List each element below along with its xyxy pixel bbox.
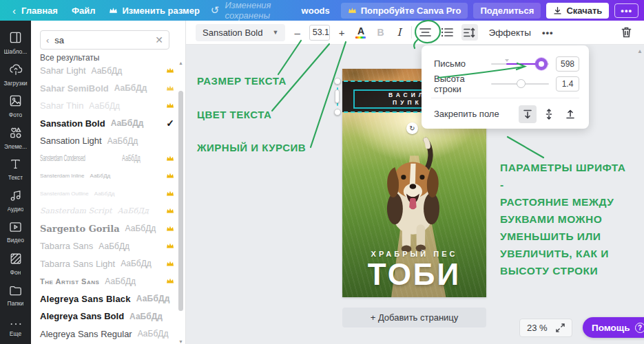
font-size-input[interactable]: 53.1 xyxy=(309,25,330,41)
bold-button[interactable]: B xyxy=(373,27,387,38)
crown-gold-icon xyxy=(348,7,357,14)
line-height-slider[interactable] xyxy=(491,78,549,89)
crown-icon xyxy=(166,276,174,286)
share-button[interactable]: Поделиться xyxy=(473,3,541,19)
font-row[interactable]: Sansterdam CondensedАаБбДд xyxy=(31,150,181,168)
home-button[interactable]: ‹ Главная xyxy=(6,2,65,19)
sidebar-item-more[interactable]: Еще xyxy=(0,312,31,343)
line-height-row: Высота строки 1.4 xyxy=(434,74,579,94)
file-menu-button[interactable]: Файл xyxy=(65,3,103,19)
sidebar-item-audio[interactable]: Аудио xyxy=(0,186,31,216)
font-row[interactable]: Sargento GorilaАаБбДд xyxy=(31,220,181,238)
undo-icon[interactable]: ↺ xyxy=(207,4,224,17)
letter-spacing-button[interactable] xyxy=(461,24,478,41)
more-icon xyxy=(10,318,22,328)
rotate-handle[interactable]: ↻ xyxy=(406,122,418,134)
font-size-decrease-button[interactable]: – xyxy=(291,25,303,40)
workarea-scroll-up-icon[interactable]: ▲ xyxy=(637,48,643,54)
home-label: Главная xyxy=(21,6,58,16)
sidebar-item-background[interactable]: Фон xyxy=(0,249,31,279)
sidebar-item-photos[interactable]: Фото xyxy=(0,91,31,121)
font-row[interactable]: Sansterdam OutlineАаБбДд xyxy=(31,185,181,203)
font-row[interactable]: Tabarra SansАаБбДд xyxy=(31,237,181,255)
toolbar-more-button[interactable]: ••• xyxy=(542,28,554,38)
font-sample: АаБбДд xyxy=(111,118,144,128)
project-name[interactable]: woods xyxy=(295,3,337,19)
line-height-slider-handle[interactable] xyxy=(517,79,526,88)
text-align-button[interactable] xyxy=(417,24,434,41)
crown-icon xyxy=(109,7,118,14)
sidebar-item-video[interactable]: Видео xyxy=(0,217,31,248)
header-more-button[interactable]: ••• xyxy=(614,3,638,18)
font-family-select[interactable]: Sansation Bold ▼ xyxy=(196,24,285,41)
font-panel-scrollbar[interactable]: ▲ ▼ xyxy=(178,63,184,341)
sidebar-item-label: Аудио xyxy=(8,206,24,213)
saved-status: Изменения сохранены xyxy=(225,0,294,21)
font-row[interactable]: Sansation BoldАаБбДд✓ xyxy=(31,115,181,133)
search-clear-icon[interactable]: ✕ xyxy=(155,34,163,45)
scroll-down-icon[interactable]: ▼ xyxy=(178,339,184,344)
italic-button[interactable]: I xyxy=(393,26,406,39)
font-row[interactable]: Alegreya Sans BlackАаБбДд xyxy=(31,290,181,308)
resize-button[interactable]: Изменить размер xyxy=(102,3,206,19)
scroll-up-icon[interactable]: ▲ xyxy=(178,61,184,65)
selection-handle-left[interactable] xyxy=(335,89,340,103)
font-row[interactable]: Sansation LightАаБбДд xyxy=(31,132,181,150)
font-sample: АаБбДд xyxy=(94,191,115,197)
help-button[interactable]: Помощь ? xyxy=(583,317,644,338)
sidebar-item-label: Фон xyxy=(10,269,21,276)
fullscreen-icon[interactable] xyxy=(556,323,565,332)
letter-spacing-value[interactable]: 598 xyxy=(556,56,579,72)
big-title-text[interactable]: ТОБИ xyxy=(342,257,486,292)
selection-handle-top-left[interactable] xyxy=(334,78,341,85)
text-icon xyxy=(10,158,21,172)
font-name: Sahar SemiBold xyxy=(40,83,109,94)
font-row[interactable]: The Artist SansАаБбДд xyxy=(31,272,181,290)
crown-icon xyxy=(166,259,174,269)
font-row[interactable]: Sahar LightАаБбДд xyxy=(31,62,181,80)
font-row[interactable]: Sahar ThinАаБбДд xyxy=(31,97,181,115)
sidebar-item-label: Шабло... xyxy=(4,48,28,55)
try-canva-pro-button[interactable]: Попробуйте Canva Pro xyxy=(341,3,468,19)
selection-handle-bottom-left[interactable] xyxy=(334,109,341,116)
annotation-bold-italic-text: ЖИРНЫЙ И КУРСИВ xyxy=(197,142,306,153)
anchor-row: Закрепить поле xyxy=(434,104,579,124)
scrollbar-thumb[interactable] xyxy=(178,91,183,311)
download-button[interactable]: Скачать xyxy=(546,3,609,19)
font-row[interactable]: Alegreya Sans BoldАаБбДд xyxy=(31,308,181,325)
font-row[interactable]: Sansterdam InlineАаБбДд xyxy=(31,167,181,185)
popup-divider xyxy=(431,98,579,98)
font-sample: АаБбДд xyxy=(105,277,136,286)
annotation-size-text: РАЗМЕР ТЕКСТА xyxy=(197,75,287,87)
sidebar-item-folders[interactable]: Папки xyxy=(0,281,31,311)
text-color-button[interactable]: A xyxy=(353,26,368,39)
effects-button[interactable]: Эффекты xyxy=(484,28,537,38)
font-sample: АаБбДд xyxy=(138,329,169,338)
search-input[interactable] xyxy=(54,35,149,45)
toolbar-divider xyxy=(411,26,412,39)
spacing-popup: Письмо 598 Высота строки 1.4 Закрепить п… xyxy=(422,45,589,129)
font-list: Sahar LightАаБбДдSahar SemiBoldАаБбДдSah… xyxy=(31,62,181,344)
delete-button[interactable] xyxy=(618,24,634,41)
anchor-top-button[interactable] xyxy=(519,105,537,123)
font-search-box[interactable]: ‹ ✕ xyxy=(40,30,169,50)
font-row[interactable]: Sahar SemiBoldАаБбДд xyxy=(31,80,181,98)
letter-spacing-slider[interactable] xyxy=(491,58,549,69)
sidebar-item-text[interactable]: Текст xyxy=(0,154,31,184)
font-row[interactable]: Sansterdam ScriptАаБбДд xyxy=(31,202,181,220)
font-row[interactable]: Tabarra Sans LightАаБбДд xyxy=(31,255,181,273)
font-size-increase-button[interactable]: + xyxy=(335,25,349,40)
line-height-value[interactable]: 1.4 xyxy=(556,76,579,92)
sidebar-item-templates[interactable]: Шабло... xyxy=(0,28,31,58)
sidebar-item-elements[interactable]: Элеме... xyxy=(0,122,31,153)
list-button[interactable] xyxy=(439,24,456,41)
letter-spacing-slider-handle[interactable] xyxy=(535,58,548,70)
add-page-button[interactable]: + Добавить страницу xyxy=(342,308,486,327)
sidebar-item-uploads[interactable]: Загрузки xyxy=(0,59,31,89)
anchor-middle-button[interactable] xyxy=(540,105,558,123)
search-back-icon[interactable]: ‹ xyxy=(46,35,49,45)
font-name: Sahar Light xyxy=(40,65,86,76)
zoom-control[interactable]: 23 % xyxy=(519,319,572,337)
anchor-bottom-button[interactable] xyxy=(561,105,579,123)
font-row[interactable]: Alegreya Sans RegularАаБбДд xyxy=(31,325,181,343)
